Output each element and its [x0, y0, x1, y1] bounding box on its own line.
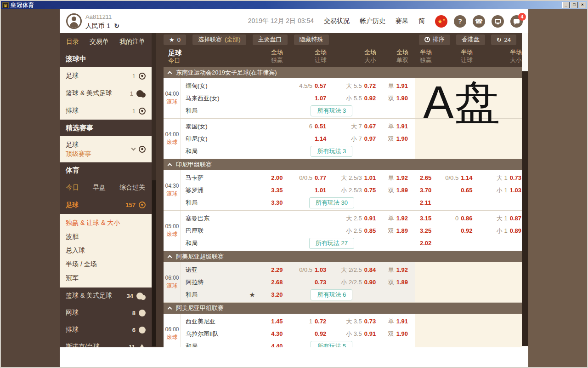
- half-odds-draw[interactable]: 2.02: [415, 240, 438, 247]
- sidebar-item-basketball[interactable]: 篮球 & 美式足球 34: [60, 288, 152, 305]
- odds-handicap[interactable]: 0.92: [283, 330, 327, 337]
- sidebar-item-live-volleyball[interactable]: 排球 1: [60, 102, 152, 120]
- half-odds-draw[interactable]: 2.11: [415, 199, 438, 206]
- half-odds-handicap[interactable]: 0.92: [438, 227, 473, 234]
- odds-overunder[interactable]: 大 3.50.73: [326, 317, 380, 326]
- half-odds-win[interactable]: 3.25: [415, 227, 438, 234]
- odds-oddeven[interactable]: 单1.91: [380, 317, 415, 326]
- all-plays-button[interactable]: 所有玩法 3: [311, 146, 352, 157]
- odds-oddeven[interactable]: 双1.89: [380, 227, 415, 235]
- market-item-correct-score[interactable]: 波胆: [60, 230, 152, 244]
- monitor-icon[interactable]: [492, 15, 504, 28]
- favorite-star-icon[interactable]: ★: [249, 291, 255, 299]
- odds-draw[interactable]: 3.30: [255, 199, 283, 206]
- odds-oddeven[interactable]: 单1.91: [380, 82, 415, 90]
- sidebar-tab-catalog[interactable]: 目录: [66, 38, 79, 46]
- odds-handicap[interactable]: 1.01: [283, 187, 327, 194]
- odds-oddeven[interactable]: 双1.90: [380, 135, 415, 143]
- sports-tab-parlay[interactable]: 综合过关: [119, 184, 145, 192]
- chat-icon[interactable]: 4: [510, 15, 523, 28]
- all-plays-button[interactable]: 所有玩法 5: [311, 341, 352, 348]
- odds-handicap[interactable]: 60.51: [283, 123, 327, 130]
- odds-oddeven[interactable]: 单1.92: [380, 214, 415, 223]
- all-plays-button[interactable]: 所有玩法 3: [311, 105, 352, 116]
- odds-handicap[interactable]: [283, 227, 327, 234]
- odds-win[interactable]: 2.29: [255, 266, 283, 273]
- odds-overunder[interactable]: 大 2/2.50.84: [326, 266, 380, 274]
- odds-handicap[interactable]: 1.14: [283, 135, 327, 142]
- odds-oddeven[interactable]: 双1.90: [380, 94, 415, 103]
- odds-draw[interactable]: 3.20: [255, 291, 283, 298]
- close-button[interactable]: ×: [579, 2, 586, 8]
- half-odds-win[interactable]: 3.15: [415, 215, 438, 222]
- main-market-button[interactable]: 主要盘口: [253, 34, 288, 45]
- league-header[interactable]: 阿美尼亚超级联赛: [164, 251, 526, 262]
- select-league-button[interactable]: 选择联赛(全部): [192, 34, 246, 45]
- odds-handicap[interactable]: 0/0.51.03: [283, 266, 327, 273]
- odds-handicap[interactable]: 0.73: [283, 279, 327, 286]
- odds-overunder[interactable]: 大 70.67: [326, 122, 380, 131]
- odds-oddeven[interactable]: 单1.91: [380, 122, 415, 131]
- odds-oddeven[interactable]: 双1.89: [380, 278, 415, 287]
- half-odds-overunder[interactable]: 大 10.87: [472, 214, 525, 223]
- favorites-button[interactable]: ★0: [164, 34, 186, 45]
- odds-oddeven[interactable]: 单1.92: [380, 266, 415, 274]
- sports-tab-early[interactable]: 早盘: [93, 184, 106, 192]
- odds-win[interactable]: 2.68: [255, 279, 283, 286]
- sidebar-tab-my-bets[interactable]: 我的注单: [119, 38, 145, 46]
- half-odds-handicap[interactable]: 0/0.51.14: [438, 174, 473, 181]
- odds-handicap[interactable]: 0/0.50.77: [283, 174, 327, 181]
- sports-tab-today[interactable]: 今日: [66, 184, 79, 192]
- half-odds-handicap[interactable]: 00.86: [438, 215, 473, 222]
- market-item-win-handicap-ou[interactable]: 独赢 & 让球 & 大小: [60, 216, 152, 230]
- sidebar-item-featured-soccer[interactable]: 足球 顶级赛事: [60, 136, 152, 162]
- phone-icon[interactable]: ☎: [473, 15, 485, 28]
- odds-draw[interactable]: 4.40: [255, 343, 283, 347]
- menu-trade-status[interactable]: 交易状况: [324, 17, 350, 25]
- sidebar-item-snooker[interactable]: 斯诺克/台球 11: [60, 339, 152, 347]
- half-odds-handicap[interactable]: 0.65: [438, 187, 473, 194]
- odds-win[interactable]: 2.00: [255, 174, 283, 181]
- menu-results[interactable]: 赛果: [396, 17, 408, 25]
- odds-oddeven[interactable]: 双1.90: [380, 330, 415, 338]
- sidebar-tab-trade-slip[interactable]: 交易单: [90, 38, 109, 46]
- odds-handicap[interactable]: 4.5/50.57: [283, 82, 327, 89]
- half-odds-overunder[interactable]: 小 10.89: [472, 227, 525, 235]
- main-scrollbar[interactable]: [522, 33, 528, 347]
- minimize-button[interactable]: _: [562, 2, 570, 8]
- sidebar-item-live-soccer[interactable]: 足球 1: [60, 67, 152, 85]
- all-plays-button[interactable]: 所有玩法 27: [309, 238, 354, 249]
- sidebar-item-tennis[interactable]: 网球 8: [60, 305, 152, 322]
- user-avatar[interactable]: [66, 13, 82, 29]
- hide-special-button[interactable]: 隐藏特殊: [294, 34, 329, 45]
- odds-win[interactable]: 1.45: [255, 318, 283, 325]
- odds-overunder[interactable]: 大 5.50.72: [326, 82, 380, 90]
- odds-handicap[interactable]: [283, 215, 327, 222]
- half-odds-win[interactable]: 2.65: [415, 174, 438, 181]
- odds-oddeven[interactable]: 双1.89: [380, 186, 415, 195]
- market-item-outright[interactable]: 冠军: [60, 271, 152, 285]
- sidebar-item-soccer[interactable]: 足球 157: [60, 196, 152, 214]
- odds-overunder[interactable]: 小 2/2.50.90: [326, 278, 380, 287]
- refresh-countdown-button[interactable]: ↻24: [491, 34, 516, 45]
- odds-oddeven[interactable]: 单1.92: [380, 174, 415, 182]
- odds-handicap[interactable]: 10.72: [283, 318, 327, 325]
- china-flag-icon[interactable]: ★: [435, 15, 447, 28]
- refresh-balance-icon[interactable]: ↻: [114, 22, 119, 29]
- all-plays-button[interactable]: 所有玩法 6: [311, 289, 352, 300]
- help-icon[interactable]: ?: [454, 15, 466, 28]
- sort-button[interactable]: 排序: [419, 34, 450, 45]
- odds-overunder[interactable]: 大 2.50.91: [326, 214, 380, 223]
- league-header[interactable]: 印尼甲组联赛: [164, 159, 526, 170]
- market-item-total-goals[interactable]: 总入球: [60, 244, 152, 258]
- sidebar-scrollbar[interactable]: [152, 33, 156, 347]
- odds-type-button[interactable]: 香港盘: [456, 34, 485, 45]
- odds-overunder[interactable]: 小 70.97: [326, 135, 380, 143]
- menu-account-history[interactable]: 帐户历史: [360, 17, 385, 25]
- sidebar-item-live-basketball[interactable]: 篮球 & 美式足球 1: [60, 85, 152, 102]
- half-odds-win[interactable]: 3.70: [415, 187, 438, 194]
- odds-overunder[interactable]: 小 5.50.92: [326, 94, 380, 103]
- all-plays-button[interactable]: 所有玩法 30: [309, 197, 354, 208]
- menu-simplified-chinese[interactable]: 简: [418, 17, 425, 25]
- sidebar-item-volleyball[interactable]: 排球 6: [60, 322, 152, 339]
